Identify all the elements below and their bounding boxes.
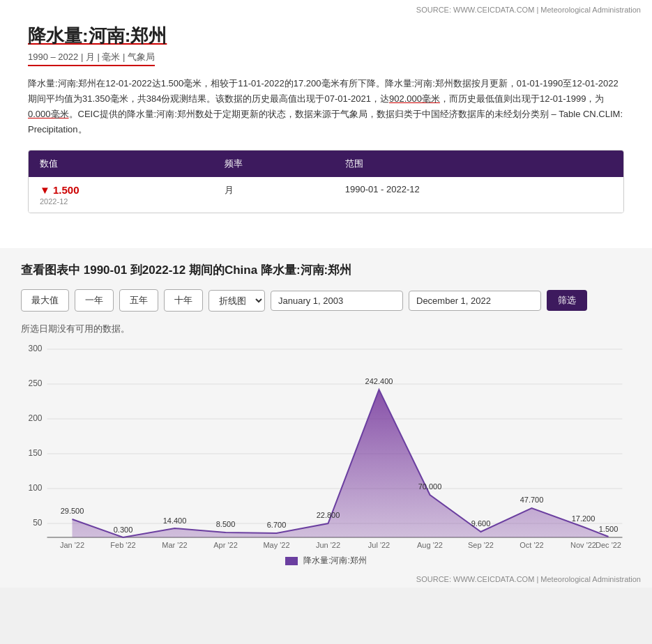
chart-controls: 最大值 一年 五年 十年 折线图 筛选 bbox=[21, 289, 631, 312]
xlab-aug: Aug '22 bbox=[417, 541, 443, 549]
label-apr: 8.500 bbox=[216, 520, 236, 528]
one-year-button[interactable]: 一年 bbox=[75, 289, 114, 312]
label-nov: 17.200 bbox=[572, 514, 596, 523]
label-aug: 70.000 bbox=[418, 482, 442, 491]
xlab-jul: Jul '22 bbox=[368, 541, 390, 549]
legend-area: 降水量:河南:郑州 bbox=[21, 555, 631, 567]
chart-svg: 300 250 200 150 100 50 bbox=[21, 341, 631, 550]
label-jul: 242.400 bbox=[365, 377, 393, 385]
xlab-oct: Oct '22 bbox=[520, 541, 544, 549]
col-header-value: 数值 bbox=[29, 151, 213, 177]
data-table: 数值 频率 范围 ▼ 1.500 2022-12 月 1990-01 - 202… bbox=[29, 151, 623, 213]
svg-text:200: 200 bbox=[28, 413, 42, 423]
xlab-nov: Nov '22 bbox=[570, 541, 596, 549]
label-jan: 29.500 bbox=[61, 507, 84, 515]
svg-text:150: 150 bbox=[28, 448, 42, 458]
main-content: 降水量:河南:郑州 1990 – 2022 | 月 | 毫米 | 气象局 降水量… bbox=[0, 17, 652, 248]
label-may: 6.700 bbox=[267, 521, 287, 529]
xlab-sep: Sep '22 bbox=[468, 541, 494, 549]
five-year-button[interactable]: 五年 bbox=[119, 289, 158, 312]
chart-area-fill bbox=[73, 390, 609, 537]
xlab-mar: Mar '22 bbox=[162, 541, 187, 549]
chart-section: 查看图表中 1990-01 到2022-12 期间的China 降水量:河南:郑… bbox=[0, 248, 652, 571]
value-date: 2022-12 bbox=[40, 197, 202, 206]
chart-type-select[interactable]: 折线图 bbox=[209, 290, 265, 312]
legend-label: 降水量:河南:郑州 bbox=[303, 555, 367, 567]
chart-title: 查看图表中 1990-01 到2022-12 期间的China 降水量:河南:郑… bbox=[21, 262, 631, 278]
max-button[interactable]: 最大值 bbox=[21, 289, 69, 312]
date-to-input[interactable] bbox=[409, 291, 541, 311]
xlab-apr: Apr '22 bbox=[213, 541, 238, 549]
ten-year-button[interactable]: 十年 bbox=[164, 289, 203, 312]
source-bar-bottom: SOURCE: WWW.CEICDATA.COM | Meteorologica… bbox=[0, 571, 652, 588]
subtitle: 1990 – 2022 | 月 | 毫米 | 气象局 bbox=[28, 51, 155, 66]
svg-text:100: 100 bbox=[28, 483, 42, 493]
xlab-dec: Dec '22 bbox=[596, 541, 621, 549]
label-sep: 9.600 bbox=[471, 519, 491, 528]
filter-button[interactable]: 筛选 bbox=[547, 290, 587, 311]
table-row: ▼ 1.500 2022-12 月 1990-01 - 2022-12 bbox=[29, 177, 623, 213]
svg-text:300: 300 bbox=[28, 344, 42, 353]
xlab-feb: Feb '22 bbox=[110, 541, 135, 549]
xlab-jun: Jun '22 bbox=[316, 541, 340, 549]
chart-area: 300 250 200 150 100 50 bbox=[21, 341, 631, 564]
table-cell-range: 1990-01 - 2022-12 bbox=[334, 177, 623, 213]
xlab-may: May '22 bbox=[263, 541, 289, 549]
label-dec: 1.500 bbox=[599, 525, 619, 533]
data-table-wrapper: 数值 频率 范围 ▼ 1.500 2022-12 月 1990-01 - 202… bbox=[28, 150, 624, 213]
legend-color-box bbox=[285, 557, 298, 565]
source-bar-top: SOURCE: WWW.CEICDATA.COM | Meteorologica… bbox=[0, 0, 652, 17]
label-feb: 0.300 bbox=[114, 526, 133, 534]
col-header-range: 范围 bbox=[334, 151, 623, 177]
page-title: 降水量:河南:郑州 bbox=[28, 24, 624, 48]
svg-text:250: 250 bbox=[28, 378, 42, 388]
label-oct: 47.700 bbox=[520, 496, 544, 504]
label-mar: 14.400 bbox=[163, 516, 187, 525]
table-cell-value: ▼ 1.500 2022-12 bbox=[29, 177, 213, 213]
table-cell-frequency: 月 bbox=[213, 177, 334, 213]
xlab-jan: Jan '22 bbox=[60, 541, 84, 549]
no-data-message: 所选日期没有可用的数据。 bbox=[21, 323, 631, 335]
label-jun: 22.800 bbox=[317, 511, 340, 519]
col-header-frequency: 频率 bbox=[213, 151, 334, 177]
value-down: ▼ 1.500 bbox=[40, 184, 202, 196]
date-from-input[interactable] bbox=[271, 291, 403, 311]
svg-text:50: 50 bbox=[33, 518, 43, 528]
description-text: 降水量:河南:郑州在12-01-2022达1.500毫米，相较于11-01-20… bbox=[28, 76, 624, 137]
